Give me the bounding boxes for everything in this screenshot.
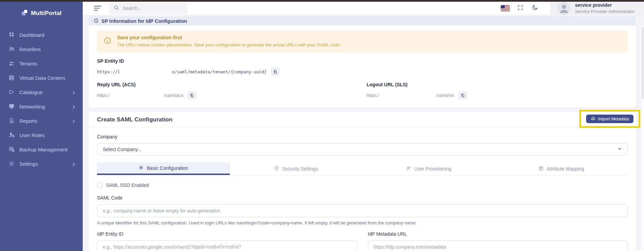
upload-cloud-icon — [591, 116, 596, 122]
user-info: service provider Service Provider Admini… — [575, 2, 634, 14]
brand-logo[interactable]: MultiPortal — [0, 2, 83, 17]
tenants-icon — [9, 60, 15, 67]
tab-basic-configuration[interactable]: Basic Configuration — [97, 162, 230, 175]
chevron-right-icon — [72, 104, 76, 108]
sidebar-item-label: Resellers — [19, 46, 76, 52]
idp-metadata-url-input[interactable] — [368, 240, 628, 251]
sidebar-item-label: Tenants — [19, 61, 76, 67]
fullscreen-button[interactable] — [513, 4, 528, 12]
chevron-right-icon — [72, 90, 76, 94]
chevron-right-icon — [72, 162, 76, 166]
tab-label: User Provisioning — [414, 166, 452, 172]
idp-entity-id-column: IdP Entity ID — [97, 231, 357, 251]
chevron-down-icon — [617, 147, 622, 152]
sidebar-nav: Dashboard Resellers Tenants Virtual Data… — [0, 28, 83, 171]
saml-code-help-text: A unique identifier for this SAML config… — [97, 220, 628, 225]
app-root: MultiPortal Dashboard Resellers Tenants — [0, 2, 644, 251]
idp-entity-id-label: IdP Entity ID — [97, 231, 357, 237]
main-area: service provider Service Provider Admini… — [83, 2, 644, 251]
sidebar: MultiPortal Dashboard Resellers Tenants — [0, 2, 83, 251]
logout-url-column: Logout URL (SLS) https://saml/sls — [367, 76, 628, 100]
saml-config-body: Company Select Company... Basic Configu — [89, 128, 636, 251]
sp-entity-id-label: SP Entity ID — [97, 58, 628, 64]
import-metadata-button[interactable]: Import Metadata — [586, 115, 633, 123]
sidebar-item-backup-management[interactable]: Backup Management — [0, 142, 83, 157]
idp-entity-id-input[interactable] — [97, 240, 357, 251]
idp-metadata-url-column: IdP Metadata URL — [368, 231, 628, 251]
idp-metadata-url-label: IdP Metadata URL — [368, 231, 628, 237]
resellers-icon — [9, 46, 15, 52]
acs-sls-columns: Reply URL (ACS) https://saml/acs Logout … — [97, 76, 628, 100]
company-select[interactable]: Select Company... — [97, 143, 628, 156]
copy-logout-url-button[interactable] — [458, 91, 467, 100]
sidebar-item-label: Settings — [19, 161, 67, 167]
sidebar-item-label: User Roles — [19, 132, 76, 138]
report-file-icon — [9, 118, 15, 124]
backup-server-icon — [9, 146, 15, 152]
tab-label: Security Settings — [282, 166, 318, 172]
sidebar-item-catalogue[interactable]: Catalogue — [0, 85, 83, 99]
company-label: Company — [97, 134, 628, 139]
config-tabs: Basic Configuration Security Settings — [97, 162, 628, 175]
sidebar-item-settings[interactable]: Settings — [0, 157, 83, 171]
servers-icon — [9, 75, 15, 81]
saml-config-title: Create SAML Configuration — [97, 116, 173, 123]
saml-code-label: SAML Code — [97, 195, 628, 201]
scrollbar-thumb[interactable] — [642, 27, 644, 99]
chevron-right-icon — [72, 119, 76, 123]
monitor-icon — [9, 103, 15, 109]
user-menu[interactable]: service provider Service Provider Admini… — [550, 2, 644, 15]
user-name: service provider — [575, 2, 634, 9]
copy-reply-url-button[interactable] — [188, 91, 197, 100]
menu-toggle-icon[interactable] — [94, 6, 101, 11]
info-icon — [94, 18, 99, 24]
warning-text-block: Save your configuration first The URLs b… — [117, 35, 341, 47]
sidebar-item-user-roles[interactable]: User Roles — [0, 128, 83, 142]
shield-icon — [274, 166, 279, 172]
us-flag-icon — [501, 5, 510, 12]
multiportal-logo-icon — [21, 9, 28, 17]
company-select-value: Select Company... — [103, 147, 141, 152]
saml-sso-enabled-row: SAML SSO Enabled — [97, 182, 628, 188]
saml-sso-enabled-label: SAML SSO Enabled — [106, 182, 149, 188]
sidebar-item-resellers[interactable]: Resellers — [0, 42, 83, 56]
tag-icon — [9, 89, 15, 95]
logout-url-value: https://saml/sls — [367, 93, 454, 98]
saml-sso-enabled-checkbox[interactable] — [97, 182, 102, 188]
copy-sp-entity-id-button[interactable] — [271, 68, 280, 76]
warning-info-icon — [104, 37, 111, 47]
scrollbar[interactable] — [641, 26, 644, 251]
sidebar-item-reports[interactable]: Reports — [0, 114, 83, 128]
avatar — [558, 2, 570, 15]
sidebar-item-virtual-data-centers[interactable]: Virtual Data Centers — [0, 71, 83, 85]
saml-config-header: Create SAML Configuration Import Metadat… — [89, 112, 636, 128]
logout-url-row: https://saml/sls — [367, 91, 628, 100]
idp-fields-row: IdP Entity ID IdP Metadata URL — [97, 231, 628, 251]
search-input[interactable] — [123, 5, 183, 11]
language-flag-button[interactable] — [498, 5, 513, 12]
brand-name: MultiPortal — [31, 10, 62, 17]
tab-user-provisioning[interactable]: User Provisioning — [363, 162, 495, 175]
reply-url-label: Reply URL (ACS) — [97, 82, 367, 87]
top-header: service provider Service Provider Admini… — [83, 2, 644, 15]
tab-label: Basic Configuration — [147, 165, 188, 171]
dark-mode-button[interactable] — [528, 4, 543, 12]
fullscreen-icon — [517, 4, 524, 12]
highlight-annotation-box: Import Metadata — [579, 110, 640, 128]
gear-icon — [139, 165, 144, 171]
sidebar-item-label: Networking — [19, 104, 67, 109]
sidebar-item-tenants[interactable]: Tenants — [0, 56, 83, 71]
sp-entity-id-row: https://lo/saml/metadata/tenant/{company… — [97, 68, 628, 76]
tab-attribute-mapping[interactable]: Attribute Mapping — [495, 162, 628, 175]
sidebar-item-dashboard[interactable]: Dashboard — [0, 28, 83, 42]
gear-icon — [9, 161, 15, 167]
warning-title: Save your configuration first — [117, 35, 341, 40]
tab-label: Attribute Mapping — [547, 166, 584, 172]
sidebar-item-networking[interactable]: Networking — [0, 99, 83, 114]
saml-code-input[interactable] — [97, 204, 628, 217]
sidebar-item-label: Dashboard — [19, 32, 76, 38]
sp-info-card: Save your configuration first The URLs b… — [89, 26, 636, 107]
search-box — [109, 2, 188, 14]
tab-security-settings[interactable]: Security Settings — [230, 162, 363, 175]
sidebar-item-label: Reports — [19, 118, 67, 124]
